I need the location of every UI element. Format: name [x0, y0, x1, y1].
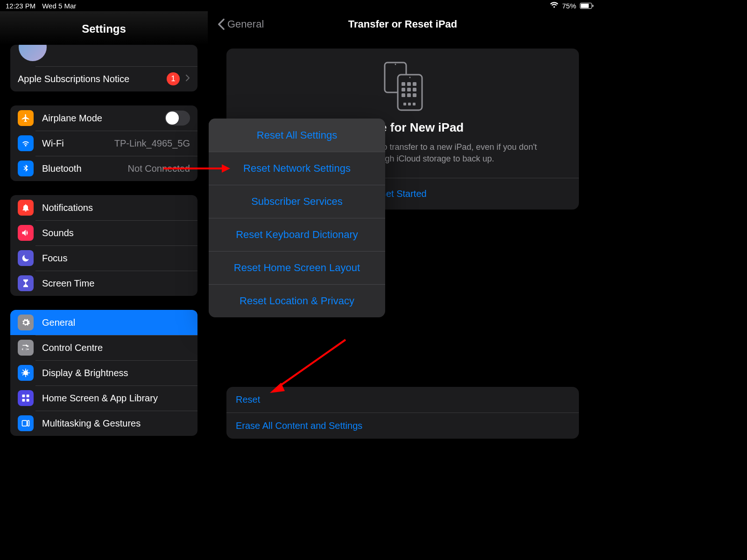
- sidebar-item-sounds[interactable]: Sounds: [10, 220, 197, 245]
- svg-rect-14: [407, 88, 411, 91]
- subscriptions-label: Apple Subscriptions Notice: [18, 74, 129, 84]
- popover-item-reset-all[interactable]: Reset All Settings: [209, 119, 385, 152]
- group-alerts: Notifications Sounds Focus Screen Time: [10, 195, 197, 296]
- wifi-settings-icon: [18, 135, 34, 151]
- group-system: General Control Centre Display & Brightn…: [10, 310, 197, 436]
- grid-icon: [18, 390, 34, 406]
- sidebar-item-multitasking[interactable]: Multitasking & Gestures: [10, 411, 197, 436]
- device-illustration: [245, 62, 560, 113]
- erase-button[interactable]: Erase All Content and Settings: [226, 413, 579, 439]
- sidebar-item-subscriptions[interactable]: Apple Subscriptions Notice 1: [10, 66, 197, 91]
- reset-button[interactable]: Reset: [226, 387, 579, 413]
- gear-icon: [18, 315, 34, 330]
- popover-item-keyboard[interactable]: Reset Keyboard Dictionary: [209, 218, 385, 251]
- wifi-icon: [550, 2, 558, 10]
- svg-rect-0: [22, 395, 25, 398]
- chevron-left-icon: [217, 18, 226, 30]
- hourglass-icon: [18, 275, 34, 291]
- focus-label: Focus: [42, 253, 67, 264]
- multitasking-label: Multitasking & Gestures: [42, 418, 141, 429]
- popover-item-subscriber[interactable]: Subscriber Services: [209, 185, 385, 218]
- sidebar-item-notifications[interactable]: Notifications: [10, 195, 197, 220]
- svg-rect-18: [413, 93, 416, 97]
- svg-point-9: [409, 77, 410, 78]
- sidebar-item-homescreen[interactable]: Home Screen & App Library: [10, 385, 197, 411]
- bluetooth-icon: [18, 161, 34, 176]
- svg-rect-16: [402, 93, 405, 97]
- back-label: General: [227, 18, 264, 30]
- svg-rect-5: [28, 420, 29, 426]
- chevron-right-icon: [185, 74, 190, 84]
- svg-rect-17: [407, 93, 411, 97]
- badge: 1: [167, 72, 180, 85]
- bluetooth-value: Not Connected: [128, 163, 190, 174]
- svg-rect-1: [27, 395, 29, 398]
- svg-point-7: [395, 64, 396, 65]
- brightness-icon: [18, 365, 34, 381]
- svg-rect-19: [403, 103, 406, 105]
- svg-rect-11: [407, 82, 411, 86]
- svg-rect-10: [402, 82, 405, 86]
- svg-rect-20: [408, 103, 411, 105]
- avatar-row[interactable]: [10, 45, 197, 66]
- wifi-value: TP-Link_4965_5G: [114, 138, 190, 149]
- svg-rect-15: [413, 88, 416, 91]
- airplane-label: Airplane Mode: [42, 113, 102, 124]
- status-date: Wed 5 Mar: [42, 2, 76, 10]
- sidebar-item-wifi[interactable]: Wi-Fi TP-Link_4965_5G: [10, 131, 197, 156]
- status-time: 12:23 PM: [6, 2, 35, 10]
- display-label: Display & Brightness: [42, 368, 128, 378]
- sidebar-title: Settings: [0, 11, 208, 45]
- airplane-toggle[interactable]: [165, 111, 190, 126]
- general-label: General: [42, 317, 75, 328]
- sidebar-item-display[interactable]: Display & Brightness: [10, 360, 197, 385]
- battery-pct: 75%: [562, 2, 576, 10]
- group-account: Apple Subscriptions Notice 1: [10, 45, 197, 91]
- sounds-label: Sounds: [42, 228, 74, 238]
- popover-item-location[interactable]: Reset Location & Privacy: [209, 284, 385, 317]
- back-button[interactable]: General: [217, 18, 264, 30]
- sliders-icon: [18, 340, 34, 356]
- sidebar: Settings Apple Subscriptions Notice 1 Ai…: [0, 11, 208, 448]
- sidebar-item-screentime[interactable]: Screen Time: [10, 271, 197, 296]
- airplane-icon: [18, 110, 34, 126]
- reset-list: Reset Erase All Content and Settings: [226, 387, 579, 439]
- battery-icon: [580, 3, 592, 9]
- detail-header: General Transfer or Reset iPad: [208, 11, 598, 37]
- controlcentre-label: Control Centre: [42, 343, 103, 353]
- moon-icon: [18, 250, 34, 266]
- svg-rect-12: [413, 82, 416, 86]
- sidebar-item-bluetooth[interactable]: Bluetooth Not Connected: [10, 156, 197, 181]
- popover-item-reset-network[interactable]: Reset Network Settings: [209, 152, 385, 185]
- sidebar-item-focus[interactable]: Focus: [10, 245, 197, 271]
- bell-icon: [18, 200, 34, 216]
- sidebar-item-airplane[interactable]: Airplane Mode: [10, 105, 197, 131]
- notifications-label: Notifications: [42, 203, 93, 213]
- homescreen-label: Home Screen & App Library: [42, 393, 158, 404]
- speaker-icon: [18, 225, 34, 241]
- popover-item-homescreen[interactable]: Reset Home Screen Layout: [209, 251, 385, 284]
- svg-rect-13: [402, 88, 405, 91]
- status-bar: 12:23 PM Wed 5 Mar 75%: [0, 0, 598, 11]
- svg-rect-2: [22, 399, 25, 402]
- detail-title: Transfer or Reset iPad: [348, 18, 458, 30]
- svg-rect-21: [413, 103, 416, 105]
- sidebar-item-controlcentre[interactable]: Control Centre: [10, 335, 197, 360]
- multitasking-icon: [18, 415, 34, 431]
- sidebar-item-general[interactable]: General: [10, 310, 197, 335]
- group-connectivity: Airplane Mode Wi-Fi TP-Link_4965_5G Blue…: [10, 105, 197, 181]
- avatar: [19, 45, 47, 61]
- bluetooth-label: Bluetooth: [42, 163, 82, 174]
- screen: 12:23 PM Wed 5 Mar 75% Settings Apple Su…: [0, 0, 598, 448]
- svg-rect-4: [22, 420, 27, 426]
- wifi-label: Wi-Fi: [42, 138, 64, 149]
- reset-popover: Reset All Settings Reset Network Setting…: [209, 119, 385, 317]
- screentime-label: Screen Time: [42, 278, 94, 289]
- svg-rect-3: [27, 399, 29, 402]
